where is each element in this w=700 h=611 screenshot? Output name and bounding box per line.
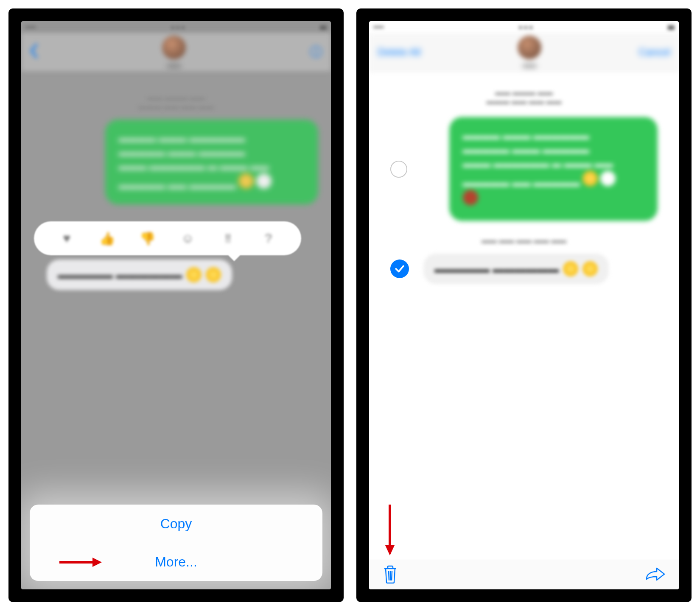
- contact-name: ▬▬: [518, 61, 541, 69]
- phone-frame-right: •••••● ● ●▮▮ Delete All ▬▬ Cancel ▬▬ ▬▬▬…: [356, 8, 692, 602]
- copy-button[interactable]: Copy: [30, 505, 322, 543]
- contact-header[interactable]: ▬▬: [518, 36, 541, 69]
- incoming-message-bubble[interactable]: ▬▬▬▬▬ ▬▬▬▬▬▬: [47, 259, 232, 290]
- thumbs-up-icon[interactable]: 👍: [98, 229, 117, 248]
- svg-line-4: [389, 571, 389, 580]
- annotation-arrow-more: [59, 556, 102, 569]
- thread-date: ▬▬ ▬▬▬ ▬▬▬▬▬ ▬▬ ▬▬ ▬▬: [34, 93, 318, 111]
- more-label: More...: [155, 554, 197, 570]
- trash-icon[interactable]: [382, 564, 399, 586]
- contact-header[interactable]: ▬▬: [162, 36, 186, 69]
- annotation-arrow-trash: [384, 505, 396, 555]
- select-circle-unchecked[interactable]: [390, 161, 407, 178]
- message-row-1[interactable]: ▬▬▬▬ ▬▬▬ ▬▬▬▬▬▬▬▬▬▬▬ ▬▬▬ ▬▬▬▬▬▬▬▬ ▬▬▬▬▬▬…: [382, 114, 666, 223]
- svg-marker-3: [385, 545, 395, 555]
- message-thread-edit: ▬▬ ▬▬▬ ▬▬▬▬▬ ▬▬ ▬▬ ▬▬ ▬▬▬▬ ▬▬▬ ▬▬▬▬▬▬▬▬▬…: [369, 71, 679, 321]
- screen-right: •••••● ● ●▮▮ Delete All ▬▬ Cancel ▬▬ ▬▬▬…: [369, 21, 679, 589]
- contact-name: ▬▬: [162, 61, 186, 69]
- cancel-button[interactable]: Cancel: [638, 46, 670, 58]
- message-timestamp: ▬▬ ▬▬ ▬▬ ▬▬ ▬▬: [382, 236, 666, 245]
- nav-bar: ▬▬ ⓘ: [21, 33, 331, 71]
- heart-icon[interactable]: ♥: [58, 229, 76, 248]
- info-icon[interactable]: ⓘ: [310, 44, 322, 61]
- message-row-2[interactable]: ▬▬▬▬▬ ▬▬▬▬▬▬: [382, 251, 666, 287]
- screen-left: •••••● ● ●▮▮ ▬▬ ⓘ ▬▬ ▬▬▬ ▬▬▬▬▬ ▬▬ ▬▬ ▬▬ …: [21, 21, 331, 589]
- more-button[interactable]: More...: [30, 543, 322, 581]
- avatar: [518, 36, 541, 59]
- tapback-menu: ♥ 👍 👎 ☺ ‼ ?: [34, 221, 301, 255]
- thumbs-down-icon[interactable]: 👎: [138, 229, 157, 248]
- thread-date: ▬▬ ▬▬▬ ▬▬▬▬▬ ▬▬ ▬▬ ▬▬: [382, 88, 666, 106]
- message-thread: ▬▬ ▬▬▬ ▬▬▬▬▬ ▬▬ ▬▬ ▬▬ ▬▬▬▬ ▬▬▬ ▬▬▬▬▬▬▬▬▬…: [21, 76, 331, 299]
- delete-all-button[interactable]: Delete All: [378, 46, 420, 58]
- exclaim-icon[interactable]: ‼: [219, 229, 238, 248]
- status-bar: •••••● ● ●▮▮: [21, 21, 331, 33]
- nav-bar-edit: Delete All ▬▬ Cancel: [369, 33, 679, 71]
- action-sheet: Copy More...: [30, 505, 322, 581]
- copy-label: Copy: [160, 516, 192, 532]
- forward-icon[interactable]: [645, 566, 666, 583]
- avatar: [162, 36, 186, 59]
- outgoing-message-bubble: ▬▬▬▬ ▬▬▬ ▬▬▬▬▬▬▬▬▬▬▬ ▬▬▬ ▬▬▬▬▬▬▬▬ ▬▬▬▬▬▬…: [449, 117, 658, 221]
- haha-icon[interactable]: ☺: [179, 229, 197, 248]
- incoming-message-bubble: ▬▬▬▬▬ ▬▬▬▬▬▬: [423, 254, 609, 284]
- status-bar: •••••● ● ●▮▮: [369, 21, 679, 33]
- back-chevron-icon[interactable]: [30, 44, 38, 61]
- question-icon[interactable]: ?: [259, 229, 278, 248]
- svg-marker-1: [92, 558, 102, 567]
- svg-line-6: [392, 571, 392, 580]
- outgoing-message-bubble[interactable]: ▬▬▬▬ ▬▬▬ ▬▬▬▬▬▬▬▬▬▬▬ ▬▬▬ ▬▬▬▬▬▬▬▬ ▬▬▬▬▬▬…: [105, 120, 319, 204]
- phone-frame-left: •••••● ● ●▮▮ ▬▬ ⓘ ▬▬ ▬▬▬ ▬▬▬▬▬ ▬▬ ▬▬ ▬▬ …: [8, 8, 344, 602]
- edit-toolbar: [369, 560, 679, 589]
- select-circle-checked[interactable]: [390, 259, 409, 278]
